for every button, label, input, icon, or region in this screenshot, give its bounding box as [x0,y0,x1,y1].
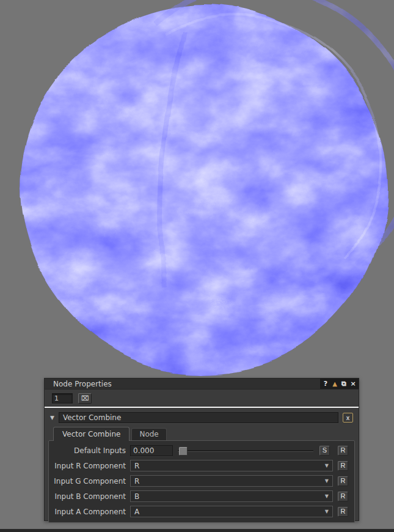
max-panels-row: ⌧ [45,390,359,404]
param-label: Input A Component [49,508,126,516]
param-label: Input G Component [49,477,126,486]
param-row-default-inputs: Default Inputs S R [49,443,348,458]
default-inputs-field[interactable] [130,445,173,456]
revert-button[interactable]: R [338,492,348,501]
chevron-down-icon: ▼ [325,509,329,514]
node-close-button[interactable]: x [343,413,353,423]
help-icon[interactable]: ? [321,380,330,388]
panel-title: Node Properties [53,380,112,388]
chevron-down-icon: ▼ [325,493,329,499]
param-row-input-b: Input B Component B ▼ R [49,489,348,504]
titlebar-icon-group: ? ▲ ⧉ × [320,379,359,389]
node-properties-panel: Node Properties ? ▲ ⧉ × ⌧ ▼ Vector Combi… [44,378,359,521]
param-label: Input B Component [49,492,126,501]
param-label: Default Inputs [49,446,126,455]
node-header: ▼ Vector Combine x [45,408,359,423]
tab-bar: Vector Combine Node [53,427,359,440]
sample-button[interactable]: S [319,446,330,456]
dropdown-value: R [134,462,139,470]
tab-node[interactable]: Node [131,428,166,440]
dropdown-value: B [134,492,139,501]
revert-button[interactable]: R [338,446,348,456]
float-window-icon[interactable]: ⧉ [340,380,348,388]
viewport-3d[interactable] [0,0,394,382]
param-row-input-g: Input G Component R ▼ R [49,473,348,489]
input-b-component-dropdown[interactable]: B ▼ [130,490,333,502]
bottom-panel-edge [0,529,394,532]
revert-button[interactable]: R [338,507,348,517]
param-label: Input R Component [49,462,126,470]
revert-button[interactable]: R [338,476,348,486]
input-a-component-dropdown[interactable]: A ▼ [130,506,333,517]
param-row-input-a: Input A Component A ▼ R [49,504,348,519]
maximize-icon[interactable]: ▲ [330,380,339,388]
application-window: Node Properties ? ▲ ⧉ × ⌧ ▼ Vector Combi… [0,0,394,532]
collapse-arrow-icon[interactable]: ▼ [50,415,54,421]
node-name-field[interactable]: Vector Combine [59,412,338,423]
close-icon[interactable]: × [349,380,357,388]
max-panels-input[interactable] [52,393,73,404]
tab-vector-combine[interactable]: Vector Combine [53,427,130,441]
panel-titlebar[interactable]: Node Properties ? ▲ ⧉ × [45,379,359,390]
param-row-input-r: Input R Component R ▼ R [49,458,348,473]
chevron-down-icon: ▼ [325,478,329,484]
clear-panels-button[interactable]: ⌧ [78,393,92,404]
dropdown-value: R [134,477,139,486]
dropdown-value: A [134,508,139,516]
slider-track[interactable] [178,450,313,451]
input-r-component-dropdown[interactable]: R ▼ [130,460,333,471]
clear-panels-icon: ⌧ [81,395,89,402]
default-inputs-slider[interactable] [178,445,313,456]
slider-handle[interactable] [179,447,188,456]
sphere-render [0,0,394,382]
input-g-component-dropdown[interactable]: R ▼ [130,475,333,487]
parameter-group: Default Inputs S R Input R Component R ▼… [48,440,355,523]
revert-button[interactable]: R [338,461,348,471]
chevron-down-icon: ▼ [325,463,329,468]
